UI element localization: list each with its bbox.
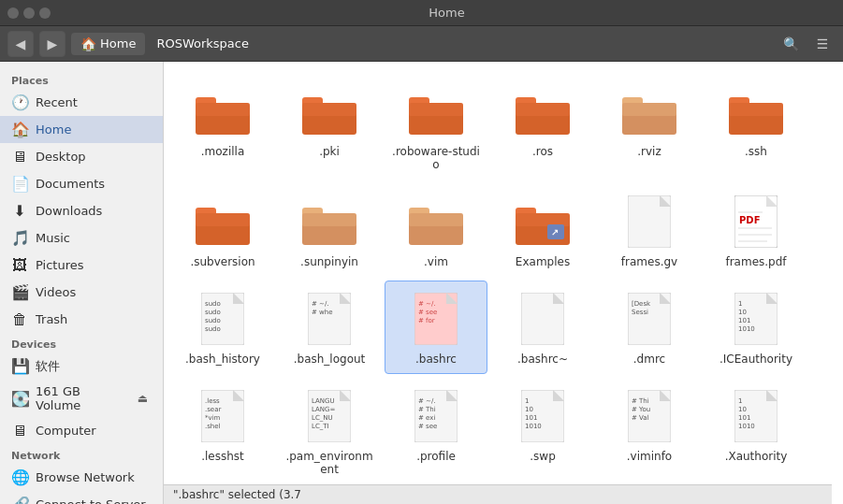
file-item-rviz[interactable]: .rviz xyxy=(598,73,701,180)
file-label-frames-pdf: frames.pdf xyxy=(725,255,786,268)
sidebar-item-browse-network[interactable]: 🌐 Browse Network xyxy=(0,464,163,491)
sidebar-item-computer-label: Computer xyxy=(36,424,96,438)
svg-rect-29 xyxy=(516,213,570,226)
sidebar-item-videos-label: Videos xyxy=(36,285,76,299)
file-item-bashrc-bak[interactable]: .bashrc~ xyxy=(491,281,594,374)
volume-eject-button[interactable]: ⏏ xyxy=(134,390,152,407)
file-icon-frames-gv xyxy=(619,192,679,252)
svg-text:# see: # see xyxy=(418,423,437,430)
connect-server-icon: 🔗 xyxy=(11,496,28,504)
file-item-frames-gv[interactable]: frames.gv xyxy=(598,183,701,277)
file-icon-xauthority: 1101011010 xyxy=(726,386,786,446)
file-icon-lesshst: .less.sear*vim.shel xyxy=(193,386,253,446)
svg-text:PDF: PDF xyxy=(739,215,760,225)
sidebar-item-videos[interactable]: 🎬 Videos xyxy=(0,279,163,306)
sidebar-item-home[interactable]: 🏠 Home xyxy=(0,116,163,143)
sidebar-item-software[interactable]: 💾 软件 xyxy=(0,353,163,380)
file-item-lesshst[interactable]: .less.sear*vim.shel .lesshst xyxy=(171,378,274,484)
file-item-bash-history[interactable]: sudosudosudosudo .bash_history xyxy=(171,281,274,374)
file-item-mozilla[interactable]: .mozilla xyxy=(171,73,274,180)
svg-text:LANG=: LANG= xyxy=(312,406,336,413)
file-icon-dmrc: [DeskSessi xyxy=(619,289,679,349)
file-label-profile: .profile xyxy=(416,450,456,463)
window-title: Home xyxy=(429,6,464,20)
file-item-iceauthority[interactable]: 1101011010 .ICEauthority xyxy=(705,281,807,374)
svg-rect-17 xyxy=(729,103,783,116)
main-layout: Places 🕐 Recent 🏠 Home 🖥 Desktop 📄 Docum… xyxy=(0,62,843,504)
back-button[interactable]: ◀ xyxy=(7,31,34,57)
file-item-roboware[interactable]: .roboware-studio xyxy=(385,73,487,180)
svg-text:# Thi: # Thi xyxy=(418,406,436,413)
file-item-swp[interactable]: 1101011010 .swp xyxy=(491,378,594,484)
sidebar-item-recent[interactable]: 🕐 Recent xyxy=(0,89,163,116)
file-icon-pki xyxy=(299,81,359,141)
file-label-mozilla: .mozilla xyxy=(201,145,245,158)
file-item-bash-logout[interactable]: # ~/.# whe .bash_logout xyxy=(278,281,381,374)
svg-text:.sear: .sear xyxy=(205,406,221,413)
file-item-subversion[interactable]: .subversion xyxy=(171,183,274,277)
sidebar-item-music[interactable]: 🎵 Music xyxy=(0,224,163,252)
forward-button[interactable]: ▶ xyxy=(39,31,65,57)
svg-rect-2 xyxy=(196,103,250,116)
search-button[interactable]: 🔍 xyxy=(778,31,804,57)
svg-text:# whe: # whe xyxy=(312,309,333,316)
svg-text:↗: ↗ xyxy=(551,227,559,238)
svg-text:# ~/.: # ~/. xyxy=(418,300,436,308)
file-icon-bash-history: sudosudosudosudo xyxy=(193,289,253,349)
sidebar-item-trash[interactable]: 🗑 Trash xyxy=(0,306,163,333)
sidebar-item-computer[interactable]: 🖥 Computer xyxy=(0,417,163,444)
file-item-pki[interactable]: .pki xyxy=(278,73,381,180)
file-label-vim: .vim xyxy=(424,255,448,268)
svg-text:# Thi: # Thi xyxy=(632,397,649,405)
sidebar-item-connect-server[interactable]: 🔗 Connect to Server xyxy=(0,491,163,504)
svg-text:101: 101 xyxy=(525,414,537,422)
svg-text:# ~/.: # ~/. xyxy=(418,397,436,405)
svg-text:1010: 1010 xyxy=(738,423,755,430)
file-label-ssh: .ssh xyxy=(745,145,767,158)
sidebar-item-desktop-label: Desktop xyxy=(36,150,86,164)
file-icon-swp: 1101011010 xyxy=(513,386,573,446)
sidebar-item-documents[interactable]: 📄 Documents xyxy=(0,170,163,197)
file-item-dmrc[interactable]: [DeskSessi .dmrc xyxy=(598,281,701,374)
file-item-vim[interactable]: .vim xyxy=(385,183,487,277)
svg-text:sudo: sudo xyxy=(205,300,221,308)
file-item-bashrc[interactable]: # ~/.# see# for .bashrc xyxy=(385,281,487,374)
sidebar-item-downloads[interactable]: ⬇ Downloads xyxy=(0,197,163,224)
sidebar-item-pictures[interactable]: 🖼 Pictures xyxy=(0,252,163,279)
svg-text:# ~/.: # ~/. xyxy=(312,300,329,308)
sidebar-item-volume[interactable]: 💽 161 GB Volume ⏏ xyxy=(0,380,163,417)
file-label-pki: .pki xyxy=(319,145,340,158)
network-section-label: Network xyxy=(0,444,163,464)
file-icon-profile: # ~/.# Thi# exi# see xyxy=(406,386,466,446)
file-item-frames-pdf[interactable]: PDF frames.pdf xyxy=(705,183,807,277)
trash-icon: 🗑 xyxy=(11,310,28,328)
file-item-xauthority[interactable]: 1101011010 .Xauthority xyxy=(705,378,807,484)
menu-button[interactable]: ☰ xyxy=(809,31,836,57)
sidebar-item-trash-label: Trash xyxy=(36,312,67,326)
home-breadcrumb[interactable]: 🏠 Home xyxy=(71,33,145,55)
desktop-icon: 🖥 xyxy=(11,148,28,166)
file-item-sunpinyin[interactable]: .sunpinyin xyxy=(278,183,381,277)
file-item-viminfo[interactable]: # Thi# You# Val .viminfo xyxy=(598,378,701,484)
sidebar-item-downloads-label: Downloads xyxy=(36,204,102,218)
file-item-pam-env[interactable]: LANGULANG=LC_NULC_TI .pam_environment xyxy=(278,378,381,484)
sidebar-item-pictures-label: Pictures xyxy=(36,258,83,272)
file-item-ros[interactable]: .ros xyxy=(491,73,594,180)
file-label-viminfo: .viminfo xyxy=(627,450,672,463)
svg-text:10: 10 xyxy=(738,406,747,413)
file-item-ssh[interactable]: .ssh xyxy=(705,73,807,180)
file-label-pam-env: .pam_environment xyxy=(283,450,376,476)
svg-rect-5 xyxy=(302,103,356,116)
sidebar-item-software-label: 软件 xyxy=(36,358,60,375)
file-item-profile[interactable]: # ~/.# Thi# exi# see .profile xyxy=(385,378,487,484)
file-icon-bashrc-bak xyxy=(513,289,573,349)
svg-text:1: 1 xyxy=(525,397,529,405)
svg-text:LANGU: LANGU xyxy=(312,397,335,405)
file-item-examples[interactable]: ↗ Examples xyxy=(491,183,594,277)
videos-icon: 🎬 xyxy=(11,283,28,301)
toolbar: ◀ ▶ 🏠 Home ROSWorkspace 🔍 ☰ xyxy=(0,26,843,62)
sidebar-item-desktop[interactable]: 🖥 Desktop xyxy=(0,143,163,170)
file-area[interactable]: .mozilla .pki .roboware-studio .ros .rvi… xyxy=(164,62,843,504)
file-icon-pam-env: LANGULANG=LC_NULC_TI xyxy=(299,386,359,446)
file-label-dmrc: .dmrc xyxy=(633,353,665,366)
